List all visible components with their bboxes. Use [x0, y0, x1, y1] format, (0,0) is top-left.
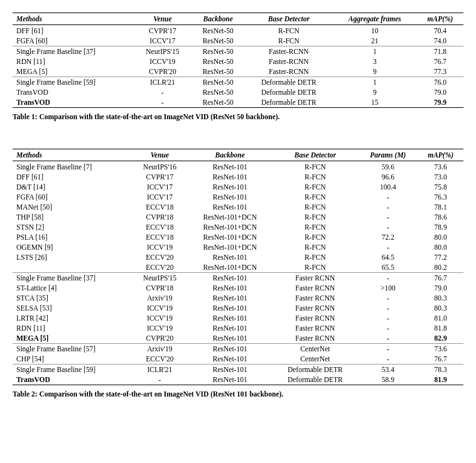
table-cell: Deformable DETR: [245, 87, 333, 97]
col-header-aggframes: Aggregate frames: [333, 13, 417, 25]
table-cell: CHP [54]: [13, 354, 132, 365]
table-cell: 72.2: [358, 232, 418, 242]
table-cell: [13, 262, 132, 273]
table-cell: Deformable DETR: [272, 375, 358, 385]
table-cell: -: [358, 313, 418, 323]
col2-header-backbone: Backbone: [188, 149, 272, 161]
table-cell: PSLA [16]: [13, 232, 132, 242]
table-cell: ECCV'20: [132, 354, 188, 365]
table-cell: ResNet-101: [188, 252, 272, 262]
table-cell: 82.9: [418, 333, 463, 344]
table-cell: SELSA [53]: [13, 303, 132, 313]
table-cell: Arxiv'19: [132, 344, 188, 354]
table-cell: Single Frame Baseline [57]: [13, 344, 132, 354]
table-cell: ResNet-101+DCN: [188, 242, 272, 252]
table-cell: ResNet-101: [188, 192, 272, 202]
table-cell: Single Frame Baseline [59]: [13, 365, 132, 375]
table-cell: 9: [333, 67, 417, 77]
table-cell: 9: [333, 87, 417, 97]
table1-caption: Table 1: Comparison with the state-of-th…: [13, 112, 463, 122]
table-cell: -: [134, 87, 191, 97]
table-cell: ICCV'17: [134, 36, 191, 46]
table-cell: RDN [11]: [13, 56, 134, 67]
table-cell: R-FCN: [272, 202, 358, 212]
table-row: D&T [14]ICCV'17ResNet-101R-FCN100.475.8: [13, 182, 463, 192]
table-cell: CVPR'17: [134, 25, 191, 36]
table-cell: LRTR [42]: [13, 313, 132, 323]
table-cell: 59.6: [358, 161, 418, 173]
table-cell: ECCV'20: [132, 262, 188, 273]
table-cell: R-FCN: [272, 252, 358, 262]
table-cell: 73.0: [418, 172, 463, 182]
table-cell: Single Frame Baseline [7]: [13, 161, 132, 173]
table-cell: Faster RCNN: [272, 313, 358, 323]
table2-caption: Table 2: Comparison with the state-of-th…: [13, 389, 463, 400]
table-cell: ICCV'19: [132, 323, 188, 333]
table-cell: ICLR'21: [134, 77, 191, 88]
table-row: RDN [11]ICCV'19ResNet-50Faster-RCNN376.7: [13, 56, 463, 67]
col2-header-basedetector: Base Detector: [272, 149, 358, 161]
table-cell: 78.9: [418, 222, 463, 232]
table-cell: ResNet-101: [188, 344, 272, 354]
table-cell: NeurIPS'16: [132, 161, 188, 173]
table-cell: 76.7: [418, 354, 463, 365]
table-row: DFF [61]CVPR'17ResNet-50R-FCN1070.4: [13, 25, 463, 36]
table-cell: STSN [2]: [13, 222, 132, 232]
table-cell: ResNet-50: [191, 67, 245, 77]
table-cell: ResNet-101: [188, 313, 272, 323]
col2-header-params: Params (M): [358, 149, 418, 161]
table-cell: 76.0: [417, 77, 463, 88]
table-cell: R-FCN: [245, 36, 333, 46]
table-cell: -: [134, 97, 191, 108]
table-cell: 1: [333, 46, 417, 57]
table-cell: MEGA [5]: [13, 67, 134, 77]
table-cell: CenterNet: [272, 344, 358, 354]
table-cell: -: [132, 375, 188, 385]
table-cell: 64.5: [358, 252, 418, 262]
table-row: LRTR [42]ICCV'19ResNet-101Faster RCNN-81…: [13, 313, 463, 323]
table-cell: R-FCN: [272, 232, 358, 242]
table-cell: 80.0: [418, 232, 463, 242]
table-row: MEGA [5]CVPR'20ResNet-101Faster RCNN-82.…: [13, 333, 463, 344]
table-cell: ResNet-50: [191, 56, 245, 67]
table-cell: 78.3: [418, 365, 463, 375]
table-cell: ICCV'19: [134, 56, 191, 67]
col-header-backbone: Backbone: [191, 13, 245, 25]
table-cell: Faster RCNN: [272, 323, 358, 333]
table-cell: ResNet-101+DCN: [188, 212, 272, 222]
table-cell: R-FCN: [272, 161, 358, 173]
table-cell: 100.4: [358, 182, 418, 192]
table-cell: 78.1: [418, 202, 463, 212]
table-cell: 74.0: [417, 36, 463, 46]
table-cell: -: [358, 242, 418, 252]
table-row: CHP [54]ECCV'20ResNet-101CenterNet-76.7: [13, 354, 463, 365]
table-cell: DFF [61]: [13, 25, 134, 36]
table-cell: 81.0: [418, 313, 463, 323]
table-cell: R-FCN: [272, 262, 358, 273]
table-cell: 81.9: [418, 375, 463, 385]
table1-footer: [13, 108, 463, 109]
table-cell: ResNet-101: [188, 303, 272, 313]
table-row: MANet [50]ECCV'18ResNet-101R-FCN-78.1: [13, 202, 463, 212]
table-cell: 77.3: [417, 67, 463, 77]
table-cell: ResNet-101: [188, 333, 272, 344]
table-cell: ResNet-101: [188, 273, 272, 284]
table-cell: 71.8: [417, 46, 463, 57]
table-cell: ResNet-101: [188, 365, 272, 375]
table-cell: Deformable DETR: [272, 365, 358, 375]
table-row: OGEMN [9]ICCV'19ResNet-101+DCNR-FCN-80.0: [13, 242, 463, 252]
table-row: Single Frame Baseline [59]ICLR'21ResNet-…: [13, 77, 463, 88]
table-row: FGFA [60]ICCV'17ResNet-50R-FCN2174.0: [13, 36, 463, 46]
table-cell: CVPR'18: [132, 283, 188, 293]
table-cell: ECCV'20: [132, 252, 188, 262]
table2-footer: [13, 385, 463, 386]
table-row: ECCV'20ResNet-101+DCNR-FCN65.580.2: [13, 262, 463, 273]
table-cell: ResNet-101: [188, 161, 272, 173]
table-cell: R-FCN: [245, 25, 333, 36]
table-cell: -: [358, 323, 418, 333]
table-cell: 79.9: [417, 97, 463, 108]
table-row: STSN [2]ECCV'18ResNet-101+DCNR-FCN-78.9: [13, 222, 463, 232]
table-row: TransVOD-ResNet-101Deformable DETR58.981…: [13, 375, 463, 385]
table-cell: Faster RCNN: [272, 303, 358, 313]
table-cell: 80.3: [418, 293, 463, 303]
